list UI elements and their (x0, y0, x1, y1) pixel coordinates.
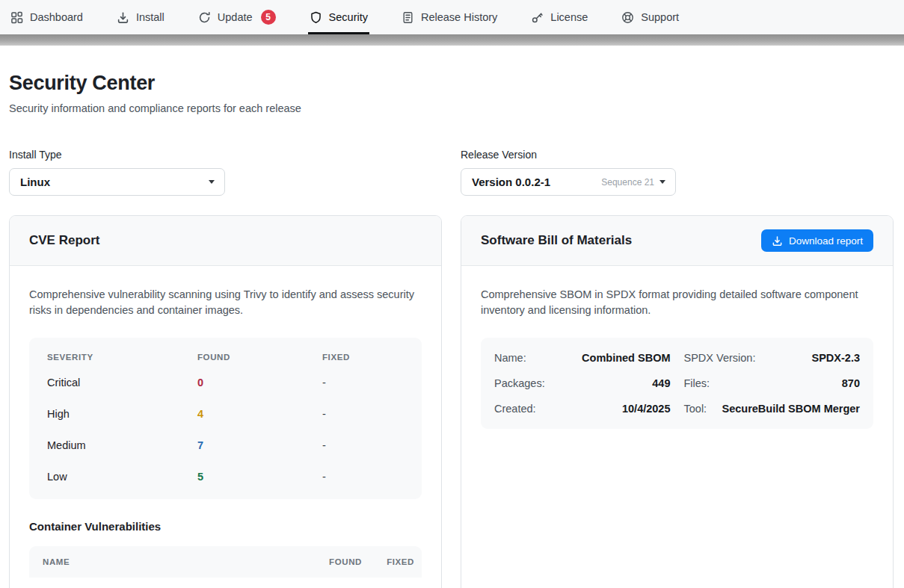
found-count: 0 (197, 377, 322, 389)
field-label: Created: (494, 403, 536, 415)
col-fixed: FIXED (322, 353, 404, 362)
nav-item-install[interactable]: Install (115, 0, 166, 34)
sbom-row: Name: Combined SBOM SPDX Version: SPDX-2… (494, 345, 860, 371)
col-found: FOUND (197, 353, 322, 362)
sbom-field-tool: Tool: SecureBuild SBOM Merger (684, 403, 861, 415)
install-type-select[interactable]: Linux (9, 168, 225, 196)
severity-row-medium: Medium 7 - (29, 430, 422, 461)
field-label: Files: (684, 377, 710, 389)
severity-table-header: SEVERITY FOUND FIXED (29, 338, 422, 367)
field-value: SecureBuild SBOM Merger (722, 403, 860, 415)
sbom-field-name: Name: Combined SBOM (494, 352, 671, 364)
download-icon (117, 11, 129, 24)
severity-row-high: High 4 - (29, 398, 422, 430)
field-value: Combined SBOM (582, 352, 670, 364)
field-value: SPDX-2.3 (812, 352, 860, 364)
install-type-value: Linux (20, 176, 50, 188)
col-name: NAME (43, 557, 295, 566)
sbom-field-spdx-version: SPDX Version: SPDX-2.3 (684, 352, 861, 364)
nav-label: Support (641, 11, 679, 23)
field-value: 870 (842, 377, 860, 389)
found-count: 7 (197, 439, 322, 451)
file-text-icon (402, 11, 414, 24)
col-fixed: FIXED (362, 557, 414, 566)
key-icon (531, 11, 544, 24)
nav-item-security[interactable]: Security (308, 0, 369, 34)
shield-icon (310, 11, 322, 24)
sbom-card: Software Bill of Materials Download repo… (461, 215, 894, 588)
page-subtitle: Security information and compliance repo… (9, 102, 894, 114)
nav-label: Dashboard (30, 11, 83, 23)
found-count: 4 (197, 408, 322, 420)
dashboard-grid-icon (10, 11, 23, 24)
col-severity: SEVERITY (47, 353, 197, 362)
nav-item-release-history[interactable]: Release History (400, 0, 499, 34)
nav-item-dashboard[interactable]: Dashboard (9, 0, 84, 34)
found-count: 5 (197, 471, 322, 483)
sbom-details: Name: Combined SBOM SPDX Version: SPDX-2… (481, 338, 873, 429)
severity-label: High (47, 408, 197, 420)
severity-label: Low (47, 471, 197, 483)
nav-item-support[interactable]: Support (620, 0, 680, 34)
nav-item-license[interactable]: License (529, 0, 589, 34)
sequence-hint: Sequence 21 (601, 177, 654, 188)
nav-label: License (550, 11, 588, 23)
severity-row-critical: Critical 0 - (29, 367, 422, 398)
severity-row-low: Low 5 - (29, 461, 422, 492)
cve-card-title: CVE Report (29, 233, 99, 248)
cve-card-body: Comprehensive vulnerability scanning usi… (10, 266, 441, 588)
field-label: SPDX Version: (684, 352, 756, 364)
sbom-field-created: Created: 10/4/2025 (494, 403, 671, 415)
nav-item-update[interactable]: Update 5 (197, 0, 277, 34)
cve-description: Comprehensive vulnerability scanning usi… (29, 287, 422, 318)
sbom-card-body: Comprehensive SBOM in SPDX format provid… (461, 266, 893, 450)
refresh-icon (198, 11, 211, 24)
container-table-header: NAME FOUND FIXED (29, 546, 422, 578)
sbom-row: Created: 10/4/2025 Tool: SecureBuild SBO… (494, 396, 860, 421)
nav-label: Security (329, 11, 368, 23)
fixed-count: - (322, 408, 404, 420)
severity-table: SEVERITY FOUND FIXED Critical 0 - High 4… (29, 338, 422, 499)
release-version-value: Version 0.0.2-1 (472, 176, 550, 188)
container-vulnerabilities-title: Container Vulnerabilities (29, 520, 422, 533)
chevron-down-icon (659, 180, 665, 184)
page-title: Security Center (9, 72, 894, 95)
sbom-field-packages: Packages: 449 (494, 377, 671, 389)
col-found: FOUND (295, 557, 362, 566)
sbom-card-header: Software Bill of Materials Download repo… (461, 216, 893, 266)
cve-report-card: CVE Report Comprehensive vulnerability s… (9, 215, 442, 588)
sbom-field-files: Files: 870 (684, 377, 861, 389)
release-version-select[interactable]: Version 0.0.2-1 Sequence 21 (461, 168, 676, 196)
cards-row: CVE Report Comprehensive vulnerability s… (9, 215, 894, 588)
severity-label: Critical (47, 377, 197, 389)
fixed-count: - (322, 439, 404, 451)
download-icon (772, 235, 783, 247)
life-buoy-icon (621, 11, 634, 24)
nav-label: Release History (421, 11, 497, 23)
install-type-filter: Install Type Linux (9, 149, 442, 196)
download-report-label: Download report (789, 235, 863, 247)
severity-label: Medium (47, 439, 197, 451)
top-nav: Dashboard Install Update 5 Security (0, 0, 904, 34)
fixed-count: - (322, 471, 404, 483)
filters-row: Install Type Linux Release Version Versi… (9, 149, 894, 196)
field-value: 449 (652, 377, 670, 389)
update-count-badge: 5 (261, 10, 276, 25)
sbom-card-title: Software Bill of Materials (481, 233, 632, 248)
field-label: Tool: (684, 403, 707, 415)
nav-label: Update (218, 11, 253, 23)
cve-card-header: CVE Report (10, 216, 441, 266)
install-type-label: Install Type (9, 149, 442, 161)
security-center-page: Security Center Security information and… (0, 46, 904, 588)
release-version-filter: Release Version Version 0.0.2-1 Sequence… (461, 149, 894, 196)
chevron-down-icon (209, 180, 215, 184)
sbom-row: Packages: 449 Files: 870 (494, 371, 860, 396)
nav-shadow-strip (0, 34, 904, 46)
download-report-button[interactable]: Download report (761, 229, 873, 252)
field-value: 10/4/2025 (622, 403, 671, 415)
release-version-label: Release Version (461, 149, 894, 161)
field-label: Packages: (494, 377, 545, 389)
field-label: Name: (494, 352, 526, 364)
sbom-description: Comprehensive SBOM in SPDX format provid… (481, 287, 873, 318)
fixed-count: - (322, 377, 404, 389)
